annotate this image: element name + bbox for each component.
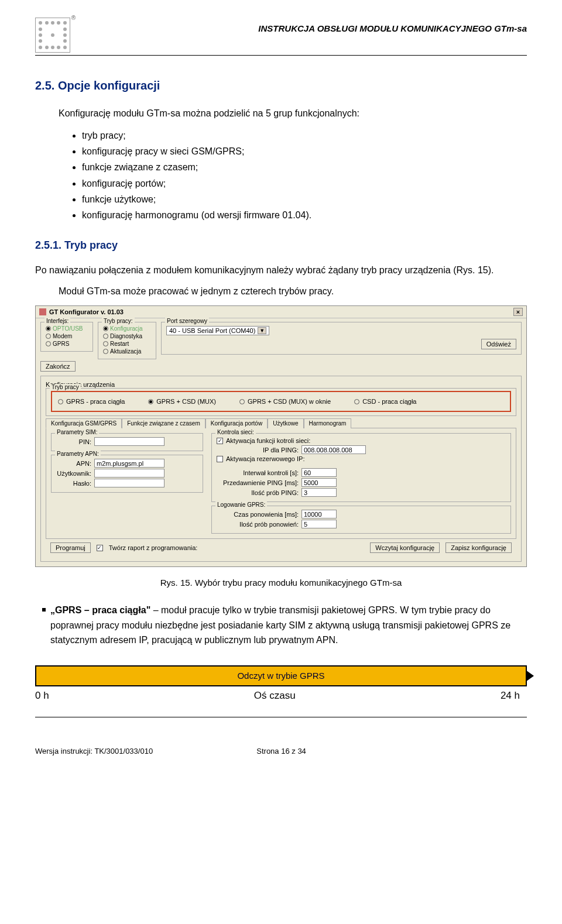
wczytaj-button[interactable]: Wczytaj konfigurację xyxy=(370,542,440,553)
chk-tworz-raport[interactable] xyxy=(97,545,103,551)
przed-input[interactable]: 5000 xyxy=(301,478,337,487)
pass-label: Hasło: xyxy=(56,480,91,487)
ilosc-input[interactable]: 3 xyxy=(301,488,337,497)
pingip-label: IP dla PING: xyxy=(217,446,299,454)
zapisz-button[interactable]: Zapisz konfigurację xyxy=(446,542,512,553)
square-bullet-icon xyxy=(42,608,46,612)
chk2-label: Aktywacja rezerwowego IP: xyxy=(226,455,305,462)
radio-opto[interactable]: OPTO/USB xyxy=(46,325,88,332)
ilosc-label: Ilość prób PING: xyxy=(217,489,299,496)
ilosc2-input[interactable]: 5 xyxy=(301,520,337,528)
konfiguracja-group: Konfiguracja urządzenia Tryb pracy GPRS … xyxy=(40,376,522,562)
przed-label: Przedawnienie PING [ms]: xyxy=(217,479,299,486)
port-combo[interactable]: 40 - USB Serial Port (COM40)▼ xyxy=(166,326,269,335)
radio-gprs[interactable]: GPRS xyxy=(46,340,88,348)
pin-input[interactable] xyxy=(94,437,165,446)
mode-gprs-csd-mux[interactable]: GPRS + CSD (MUX) xyxy=(148,398,216,405)
footer-version: Wersja instrukcji: TK/3001/033/010 xyxy=(35,747,153,755)
chevron-down-icon: ▼ xyxy=(258,327,266,334)
timeline-figure: Odczyt w trybie GPRS 0 h Oś czasu 24 h xyxy=(35,665,527,702)
interfejs-legend: Interfejs: xyxy=(44,318,70,324)
sim-group: Parametry SIM: PIN: xyxy=(51,433,203,451)
bullet-item: tryb pracy; xyxy=(82,128,527,143)
trybpracy-group: Tryb pracy: Konfiguracja Diagnostyka Res… xyxy=(98,322,156,359)
bullet-item: konfigurację pracy w sieci GSM/GPRS; xyxy=(82,143,527,159)
log-legend: Logowanie GPRS: xyxy=(215,501,267,508)
tab-harmonogram[interactable]: Harmonogram xyxy=(304,418,352,428)
apn-group: Parametry APN: APN:m2m.plusgsm.pl Użytko… xyxy=(51,455,203,493)
close-icon[interactable]: × xyxy=(513,308,523,316)
trybpracy-legend: Tryb pracy: xyxy=(102,318,135,324)
radio-modem[interactable]: Modem xyxy=(46,332,88,340)
czas-input[interactable]: 10000 xyxy=(301,510,337,518)
window-titlebar: GT Konfigurator v. 01.03 × xyxy=(36,306,526,318)
tab-body: Parametry SIM: PIN: Parametry APN: APN:m… xyxy=(46,428,516,539)
sim-legend: Parametry SIM: xyxy=(55,429,99,435)
tab-porty[interactable]: Konfiguracja portów xyxy=(205,418,268,428)
apn-input[interactable]: m2m.plusgsm.pl xyxy=(94,459,165,468)
subsection-heading: 2.5.1. Tryb pracy xyxy=(35,239,527,252)
tryb-pracy-highlight: GPRS - praca ciągła GPRS + CSD (MUX) GPR… xyxy=(51,391,511,412)
paragraph: Moduł GTm-sa może pracować w jednym z cz… xyxy=(59,284,527,298)
tworz-raport-label: Twórz raport z programowania: xyxy=(109,544,198,551)
user-input[interactable] xyxy=(94,469,165,478)
interfejs-group: Interfejs: OPTO/USB Modem GPRS xyxy=(40,322,93,352)
mode-gprs-csd-mux-oknie[interactable]: GPRS + CSD (MUX) w oknie xyxy=(239,398,331,405)
log-group: Logowanie GPRS: Czas ponowienia [ms]:100… xyxy=(211,506,511,534)
logo: ® xyxy=(35,18,70,53)
chk1-label: Aktywacja funkcji kotroli sieci: xyxy=(226,437,310,444)
radio-aktualizacja[interactable]: Aktualizacja xyxy=(103,348,151,355)
tryb-pracy-frame: Tryb pracy GPRS - praca ciągła GPRS + CS… xyxy=(46,388,516,416)
radio-restart[interactable]: Restart xyxy=(103,340,151,348)
config-tabs: Konfiguracja GSM/GPRS Funkcje związane z… xyxy=(46,418,516,428)
mode-gprs-ciagla[interactable]: GPRS - praca ciągła xyxy=(58,398,125,405)
timeline-mid: Oś czasu xyxy=(254,690,296,702)
tab-uzytkowe[interactable]: Użytkowe xyxy=(268,418,303,428)
ilosc2-label: Ilość prób ponowień: xyxy=(217,521,299,528)
section-heading: 2.5. Opcje konfiguracji xyxy=(35,79,527,92)
tryb-pracy-legend: Tryb pracy xyxy=(50,384,81,390)
chk-aktywacja-kontroli[interactable] xyxy=(217,438,223,444)
user-label: Użytkownik: xyxy=(56,470,91,477)
doc-header-title: INSTRUKCJA OBSŁUGI MODUŁU KOMUNIKACYJNEG… xyxy=(258,18,527,33)
timeline-left: 0 h xyxy=(35,690,49,702)
window-title: GT Konfigurator v. 01.03 xyxy=(49,308,124,315)
bullet-item: konfigurację harmonogramu (od wersji fir… xyxy=(82,207,527,223)
pin-label: PIN: xyxy=(56,438,91,445)
bullet-list: tryb pracy; konfigurację pracy w sieci G… xyxy=(70,128,527,223)
figure-caption: Rys. 15. Wybór trybu pracy modułu komuni… xyxy=(35,578,527,588)
apn-label: APN: xyxy=(56,460,91,467)
radio-konfiguracja[interactable]: Konfiguracja xyxy=(103,325,151,332)
interval-label: Interwał kontroli [s]: xyxy=(217,469,299,476)
section-intro: Konfigurację modułu GTm-sa można podziel… xyxy=(59,107,527,121)
odswiez-button[interactable]: Odśwież xyxy=(481,339,516,349)
zakoncz-button[interactable]: Zakończ xyxy=(40,361,76,372)
mode-csd-ciagla[interactable]: CSD - praca ciągła xyxy=(354,398,416,405)
tab-czas[interactable]: Funkcje związane z czasem xyxy=(122,418,205,428)
kontrola-legend: Kontrola sieci: xyxy=(215,429,256,435)
timeline-bar: Odczyt w trybie GPRS xyxy=(35,665,527,686)
bullet-item: funkcje użytkowe; xyxy=(82,191,527,207)
pingip-input[interactable]: 008.008.008.008 xyxy=(301,445,366,454)
port-legend: Port szeregowy xyxy=(165,318,209,324)
bullet-item: konfigurację portów; xyxy=(82,176,527,191)
radio-diagnostyka[interactable]: Diagnostyka xyxy=(103,332,151,340)
tab-gsm-gprs[interactable]: Konfiguracja GSM/GPRS xyxy=(46,418,122,428)
timeline-right: 24 h xyxy=(501,690,520,702)
bullet-item: funkcje związane z czasem; xyxy=(82,159,527,175)
chk-rezerw-ip[interactable] xyxy=(217,456,223,462)
programuj-button[interactable]: Programuj xyxy=(50,542,91,553)
pass-input[interactable] xyxy=(94,479,165,487)
configurator-window: GT Konfigurator v. 01.03 × Interfejs: OP… xyxy=(35,305,527,567)
description-list: „GPRS – praca ciągła" – moduł pracuje ty… xyxy=(42,603,527,648)
description-text: „GPRS – praca ciągła" – moduł pracuje ty… xyxy=(50,603,527,648)
interval-input[interactable]: 60 xyxy=(301,468,337,477)
port-group: Port szeregowy 40 - USB Serial Port (COM… xyxy=(161,322,522,355)
paragraph: Po nawiązaniu połączenia z modułem komun… xyxy=(35,263,527,277)
kontrola-group: Kontrola sieci: Aktywacja funkcji kotrol… xyxy=(211,433,511,502)
czas-label: Czas ponowienia [ms]: xyxy=(217,511,299,518)
apn-legend: Parametry APN: xyxy=(55,451,101,457)
footer-page: Strona 16 z 34 xyxy=(256,747,306,755)
app-icon xyxy=(39,308,46,315)
